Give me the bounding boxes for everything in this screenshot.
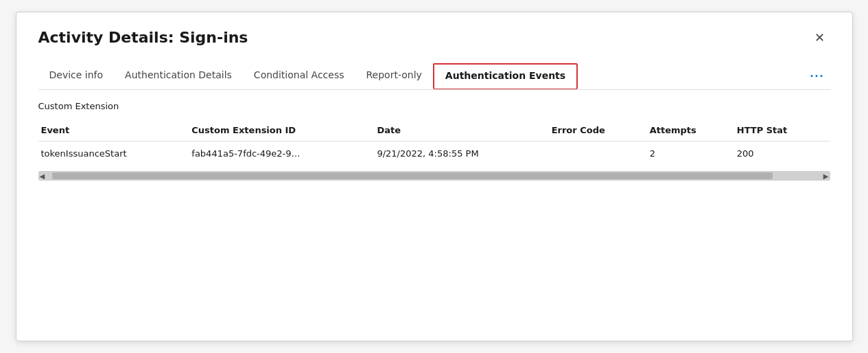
horizontal-scrollbar[interactable]: ◀ ▶ [38, 171, 830, 181]
close-button[interactable]: ✕ [809, 29, 830, 47]
cell-error-code [552, 141, 650, 166]
col-header-http-stat: HTTP Stat [737, 119, 830, 141]
col-header-attempts: Attempts [650, 119, 737, 141]
tab-authentication-details[interactable]: Authentication Details [114, 64, 243, 89]
col-header-extension-id: Custom Extension ID [191, 119, 377, 141]
more-tabs-button[interactable]: ··· [804, 67, 830, 87]
dialog-header: Activity Details: Sign-ins ✕ [38, 29, 830, 47]
tab-bar: Device info Authentication Details Condi… [38, 63, 830, 90]
cell-date: 9/21/2022, 4:58:55 PM [377, 141, 551, 166]
col-header-event: Event [38, 119, 192, 141]
events-table-wrapper: Event Custom Extension ID Date Error Cod… [38, 119, 830, 181]
scrollbar-thumb[interactable] [52, 172, 773, 179]
section-label: Custom Extension [38, 101, 830, 111]
col-header-error-code: Error Code [552, 119, 650, 141]
events-table: Event Custom Extension ID Date Error Cod… [38, 119, 830, 166]
table-header-row: Event Custom Extension ID Date Error Cod… [38, 119, 830, 141]
table-row[interactable]: tokenIssuanceStart fab441a5-7fdc-49e2-9…… [38, 141, 830, 166]
scroll-right-icon[interactable]: ▶ [823, 172, 829, 180]
col-header-date: Date [377, 119, 551, 141]
dialog-title: Activity Details: Sign-ins [38, 29, 248, 46]
tab-conditional-access[interactable]: Conditional Access [243, 64, 355, 89]
tab-authentication-events[interactable]: Authentication Events [433, 63, 578, 89]
cell-event: tokenIssuanceStart [38, 141, 192, 166]
tab-report-only[interactable]: Report-only [355, 64, 433, 89]
scroll-left-icon[interactable]: ◀ [40, 172, 45, 180]
tab-device-info[interactable]: Device info [38, 64, 115, 89]
cell-attempts: 2 [650, 141, 737, 166]
cell-extension-id: fab441a5-7fdc-49e2-9… [191, 141, 377, 166]
cell-http-stat: 200 [737, 141, 830, 166]
activity-details-dialog: Activity Details: Sign-ins ✕ Device info… [16, 12, 853, 341]
